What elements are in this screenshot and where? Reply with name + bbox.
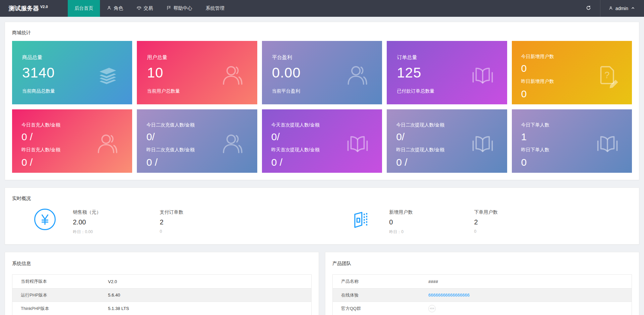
- users-icon: [95, 130, 121, 157]
- row-label: 官方QQ群: [333, 306, 428, 312]
- realtime-body: 销售额（元） 2.00 昨日：0.00 支付订单数 2 0: [5, 207, 639, 239]
- stat-card-first-withdraw: 今天首次提现人数/金额 0/ 昨天首次提现人数/金额 0 /: [262, 109, 382, 173]
- paid-orders-group: 支付订单数 2 0: [160, 209, 183, 234]
- online-demo-link[interactable]: 66666666666666666: [428, 293, 470, 298]
- row-value: 5.1.38 LTS: [108, 306, 129, 311]
- order-users-group: 下单用户数 2 0: [474, 209, 498, 234]
- refresh-button[interactable]: [577, 0, 600, 17]
- product-team-panel: 产品团队 产品名称 #### 在线体验 66666666666666666 官方…: [325, 252, 639, 315]
- row-value: ####: [428, 279, 438, 284]
- book-icon: [470, 62, 496, 88]
- file-question-icon: [594, 62, 621, 88]
- system-info-panel: 系统信息 当前程序版本 V2.0 运行PHP版本 5.6.40 ThinkPHP…: [5, 252, 319, 315]
- realtime-panel: 实时概况 销售额（元） 2.00 昨日：0.00 支付订单数 2 0: [5, 188, 639, 245]
- stat-card-first-recharge: 今日首充人数/金额 0 / 昨日首充人数/金额 0 /: [12, 109, 132, 173]
- refresh-icon: [586, 5, 591, 12]
- paid-orders-label: 支付订单数: [160, 209, 183, 215]
- row-label: 产品名称: [333, 278, 428, 284]
- mall-stats-panel: 商城统计 商品总量 3140 当前商品总数量 用户总量 10 当前用户总数量 平…: [5, 22, 639, 180]
- stats-cards-grid: 商品总量 3140 当前商品总数量 用户总量 10 当前用户总数量 平台盈利 0…: [5, 41, 639, 180]
- stat-card-value: 0 /: [396, 157, 497, 168]
- admin-username: admin: [615, 6, 628, 11]
- order-users-yesterday: 0: [474, 229, 498, 234]
- main-menu: 后台首页 角色 交易 帮助中心 系统管理: [68, 0, 231, 17]
- paid-orders-yesterday: 0: [160, 229, 183, 234]
- user-icon: [107, 5, 112, 11]
- stat-card-second-recharge: 今日二次充值人数/金额 0/ 昨日二次充值人数/金额 0 /: [137, 109, 257, 173]
- menu-item-system-label: 系统管理: [206, 5, 224, 11]
- stat-card-second-withdraw: 今日二次提现人数/金额 0/ 昨日二次提现人数/金额 0 /: [387, 109, 507, 173]
- table-row: 在线体验 66666666666666666: [333, 288, 632, 302]
- page-content: 商城统计 商品总量 3140 当前商品总数量 用户总量 10 当前用户总数量 平…: [0, 17, 644, 315]
- scales-icon: [137, 5, 142, 11]
- person-icon: [608, 6, 613, 11]
- admin-dropdown[interactable]: admin: [600, 0, 644, 17]
- stat-card-new-users: 今日新增用户数 0 昨日新增用户数 0: [512, 41, 632, 104]
- table-row: 当前程序版本 V2.0: [12, 275, 311, 288]
- stat-card-subtitle: 当前平台盈利: [272, 88, 372, 94]
- row-value: 5.6.40: [108, 293, 120, 298]
- stat-card-users-total: 用户总量 10 当前用户总数量: [137, 41, 257, 104]
- system-info-title: 系统信息: [5, 252, 319, 271]
- sales-yesterday: 昨日：0.00: [73, 229, 101, 235]
- row-label: 运行PHP版本: [12, 292, 108, 298]
- menu-item-system[interactable]: 系统管理: [199, 0, 231, 17]
- menu-item-trade[interactable]: 交易: [130, 0, 160, 17]
- stat-card-subtitle: 已付款订单总数量: [397, 88, 497, 94]
- brand-version: V2.0: [40, 5, 48, 9]
- sales-value: 2.00: [73, 218, 101, 226]
- stat-card-label: 今日新增用户数: [521, 54, 623, 60]
- building-icon: [351, 210, 371, 229]
- order-users-label: 下单用户数: [474, 209, 498, 215]
- users-icon: [220, 62, 246, 88]
- stat-card-title: 订单总量: [397, 54, 497, 61]
- stat-card-label: 今日二次充值人数/金额: [146, 122, 248, 128]
- book-icon: [470, 130, 496, 157]
- sales-label: 销售额（元）: [73, 209, 101, 215]
- menu-item-role[interactable]: 角色: [100, 0, 130, 17]
- stat-card-value: 0 /: [146, 157, 248, 168]
- stat-card-label: 今天首次提现人数/金额: [271, 122, 373, 128]
- yen-icon: [34, 209, 56, 230]
- table-row: ThinkPHP版本 5.1.38 LTS: [12, 302, 311, 315]
- menu-item-home-label: 后台首页: [74, 5, 93, 11]
- menu-item-help[interactable]: 帮助中心: [160, 0, 199, 17]
- stat-card-title: 商品总量: [22, 54, 122, 61]
- book-icon: [344, 130, 371, 157]
- brand-text: 测试服务器: [9, 4, 39, 12]
- new-users-yesterday: 昨日：0: [389, 229, 413, 235]
- table-row: 官方QQ群 404: [333, 302, 632, 315]
- qq-group-badge: 404: [428, 305, 436, 312]
- stat-card-value: 0: [521, 157, 623, 168]
- users-icon: [344, 62, 371, 88]
- stat-card-title: 用户总量: [147, 54, 247, 61]
- new-users-label: 新增用户数: [389, 209, 413, 215]
- row-value: V2.0: [108, 279, 117, 284]
- menu-item-home[interactable]: 后台首页: [68, 0, 100, 17]
- row-label: 在线体验: [333, 292, 428, 298]
- bottom-panels: 系统信息 当前程序版本 V2.0 运行PHP版本 5.6.40 ThinkPHP…: [5, 252, 639, 315]
- row-label: 当前程序版本: [12, 278, 108, 284]
- brand-title: 测试服务器 V2.0: [0, 0, 68, 17]
- sales-group: 销售额（元） 2.00 昨日：0.00: [73, 209, 101, 235]
- top-navbar: 测试服务器 V2.0 后台首页 角色 交易 帮助中心 系统管理: [0, 0, 644, 17]
- realtime-title: 实时概况: [5, 188, 639, 207]
- stat-card-subtitle: 当前商品总数量: [22, 88, 122, 94]
- new-users-group: 新增用户数 0 昨日：0: [389, 209, 413, 235]
- product-team-title: 产品团队: [325, 252, 639, 271]
- book-icon: [594, 130, 621, 157]
- order-users-value: 2: [474, 218, 498, 226]
- menu-item-trade-label: 交易: [144, 5, 153, 11]
- stat-card-value: 0 /: [271, 157, 373, 168]
- table-row: 产品名称 ####: [333, 275, 632, 288]
- stat-card-title: 平台盈利: [272, 54, 372, 61]
- stat-card-products-total: 商品总量 3140 当前商品总数量: [12, 41, 132, 104]
- layers-icon: [95, 62, 121, 88]
- stat-card-value: 0: [521, 88, 623, 100]
- menu-item-help-label: 帮助中心: [173, 5, 192, 11]
- flag-icon: [166, 5, 171, 11]
- users-icon: [220, 130, 246, 157]
- table-row: 运行PHP版本 5.6.40: [12, 288, 311, 302]
- stat-card-platform-profit: 平台盈利 0.00 当前平台盈利: [262, 41, 382, 104]
- stat-card-orders-total: 订单总量 125 已付款订单总数量: [387, 41, 507, 104]
